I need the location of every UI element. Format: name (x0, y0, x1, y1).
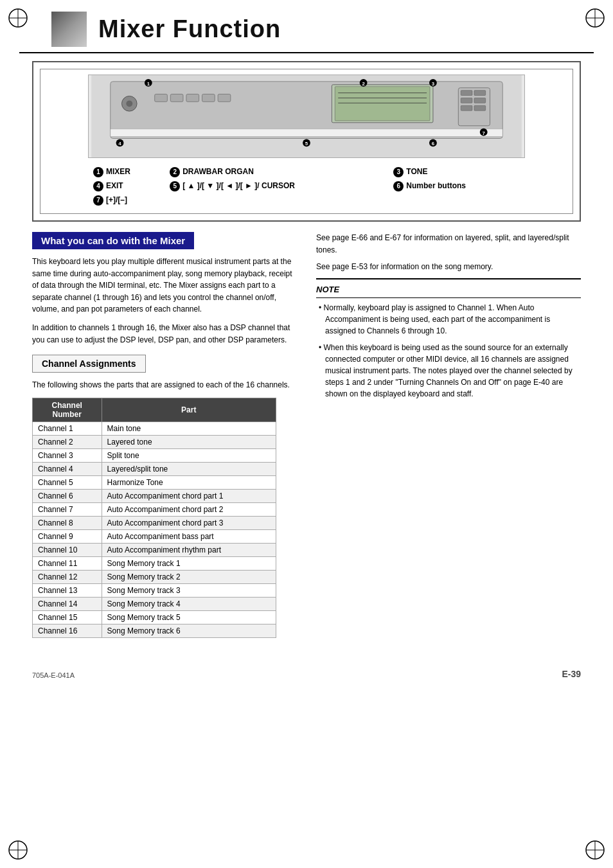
section1-para2: In addition to channels 1 through 16, th… (32, 322, 297, 346)
note-item-1: Normally, keyboard play is assigned to C… (316, 302, 581, 337)
svg-rect-39 (474, 105, 486, 111)
diagram-inner: 1 2 3 7 (40, 69, 573, 214)
channel-number-cell: Channel 9 (33, 529, 102, 543)
svg-rect-26 (111, 129, 502, 137)
table-header-channel: ChannelNumber (33, 398, 102, 421)
table-row: Channel 14Song Memory track 4 (33, 597, 276, 610)
table-row: Channel 8Auto Accompaniment chord part 3 (33, 516, 276, 529)
table-row: Channel 5Harmonize Tone (33, 475, 276, 489)
svg-rect-24 (202, 94, 215, 102)
channel-number-cell: Channel 15 (33, 610, 102, 624)
channel-part-cell: Auto Accompaniment rhythm part (102, 543, 276, 556)
svg-rect-23 (186, 94, 199, 102)
channel-number-cell: Channel 8 (33, 516, 102, 529)
table-row: Channel 11Song Memory track 1 (33, 556, 276, 570)
channel-number-cell: Channel 12 (33, 570, 102, 583)
svg-text:5: 5 (305, 141, 308, 146)
table-row: Channel 6Auto Accompaniment chord part 1 (33, 489, 276, 502)
svg-text:4: 4 (118, 141, 121, 146)
svg-rect-21 (155, 94, 168, 102)
channel-number-cell: Channel 5 (33, 475, 102, 489)
diagram-labels-table: 1MIXER 2DRAWBAR ORGAN 3TONE 4EXIT 5[ ▲ ]… (88, 164, 525, 208)
page-footer: 705A-E-041A E-39 (0, 664, 613, 684)
svg-text:1: 1 (147, 81, 150, 87)
channel-number-cell: Channel 7 (33, 502, 102, 516)
svg-point-20 (126, 100, 132, 107)
diagram-label-7: [+]/[–] (106, 195, 127, 204)
note-title: NOTE (316, 283, 581, 298)
table-row: Channel 7Auto Accompaniment chord part 2 (33, 502, 276, 516)
table-row: Channel 2Layered tone (33, 435, 276, 448)
channel-table: ChannelNumber Part Channel 1Main toneCha… (32, 398, 276, 638)
diagram-label-1: MIXER (106, 167, 130, 176)
section1-heading: What you can do with the Mixer (32, 232, 194, 249)
channel-part-cell: Song Memory track 4 (102, 597, 276, 610)
svg-rect-34 (461, 91, 472, 96)
footer-code: 705A-E-041A (32, 671, 75, 679)
channel-part-cell: Auto Accompaniment chord part 3 (102, 516, 276, 529)
channel-number-cell: Channel 14 (33, 597, 102, 610)
diagram-label-3: TONE (406, 167, 427, 176)
svg-rect-25 (218, 94, 231, 102)
channel-assignments-section: Channel Assignments The following shows … (32, 355, 297, 638)
two-column-layout: What you can do with the Mixer This keyb… (32, 232, 581, 638)
table-row: Channel 10Auto Accompaniment rhythm part (33, 543, 276, 556)
svg-text:2: 2 (362, 81, 365, 87)
diagram-label-2: DRAWBAR ORGAN (182, 167, 254, 176)
table-row: Channel 3Split tone (33, 448, 276, 462)
channel-part-cell: Song Memory track 3 (102, 583, 276, 597)
svg-text:7: 7 (483, 130, 486, 136)
diagram-label-5: [ ▲ ]/[ ▼ ]/[ ◄ ]/[ ► ]/ CURSOR (182, 181, 295, 190)
table-row: Channel 12Song Memory track 2 (33, 570, 276, 583)
keyboard-diagram: 1 2 3 7 (88, 75, 525, 158)
channel-part-cell: Auto Accompaniment chord part 2 (102, 502, 276, 516)
channel-intro: The following shows the parts that are a… (32, 379, 297, 391)
svg-rect-38 (461, 105, 472, 111)
channel-number-cell: Channel 4 (33, 462, 102, 475)
table-row: Channel 13Song Memory track 3 (33, 583, 276, 597)
table-row: Channel 1Main tone (33, 421, 276, 435)
svg-rect-15 (335, 87, 430, 121)
svg-rect-37 (474, 98, 486, 103)
channel-part-cell: Song Memory track 6 (102, 624, 276, 637)
channel-part-cell: Song Memory track 2 (102, 570, 276, 583)
footer-page: E-39 (562, 669, 581, 679)
channel-part-cell: Split tone (102, 448, 276, 462)
channel-number-cell: Channel 13 (33, 583, 102, 597)
svg-rect-35 (474, 91, 486, 96)
diagram-label-6: Number buttons (406, 181, 466, 190)
channel-assignments-heading: Channel Assignments (32, 355, 146, 373)
table-row: Channel 4Layered/split tone (33, 462, 276, 475)
diagram-box: 1 2 3 7 (32, 61, 581, 222)
left-column: What you can do with the Mixer This keyb… (32, 232, 297, 638)
table-header-part: Part (102, 398, 276, 421)
channel-part-cell: Layered/split tone (102, 462, 276, 475)
channel-number-cell: Channel 1 (33, 421, 102, 435)
table-row: Channel 15Song Memory track 5 (33, 610, 276, 624)
channel-part-cell: Harmonize Tone (102, 475, 276, 489)
diagram-label-4: EXIT (106, 181, 123, 190)
channel-number-cell: Channel 11 (33, 556, 102, 570)
page-title: Mixer Function (98, 15, 281, 43)
channel-number-cell: Channel 16 (33, 624, 102, 637)
header-icon (51, 12, 87, 47)
right-column: See page E-66 and E-67 for information o… (316, 232, 581, 638)
svg-text:6: 6 (432, 141, 435, 146)
channel-number-cell: Channel 6 (33, 489, 102, 502)
corner-decoration-tr (583, 6, 607, 30)
channel-part-cell: Auto Accompaniment chord part 1 (102, 489, 276, 502)
corner-decoration-br (583, 838, 607, 862)
section1-para1: This keyboard lets you play multiple dif… (32, 256, 297, 315)
channel-number-cell: Channel 10 (33, 543, 102, 556)
channel-number-cell: Channel 2 (33, 435, 102, 448)
note-box: NOTE Normally, keyboard play is assigned… (316, 278, 581, 400)
svg-rect-36 (461, 98, 472, 103)
right-para1: See page E-66 and E-67 for information o… (316, 232, 581, 256)
svg-rect-22 (170, 94, 183, 102)
right-para2: See page E-53 for information on the son… (316, 261, 581, 273)
channel-part-cell: Song Memory track 5 (102, 610, 276, 624)
table-row: Channel 16Song Memory track 6 (33, 624, 276, 637)
corner-decoration-bl (6, 838, 30, 862)
channel-part-cell: Main tone (102, 421, 276, 435)
page-header: Mixer Function (19, 0, 594, 53)
